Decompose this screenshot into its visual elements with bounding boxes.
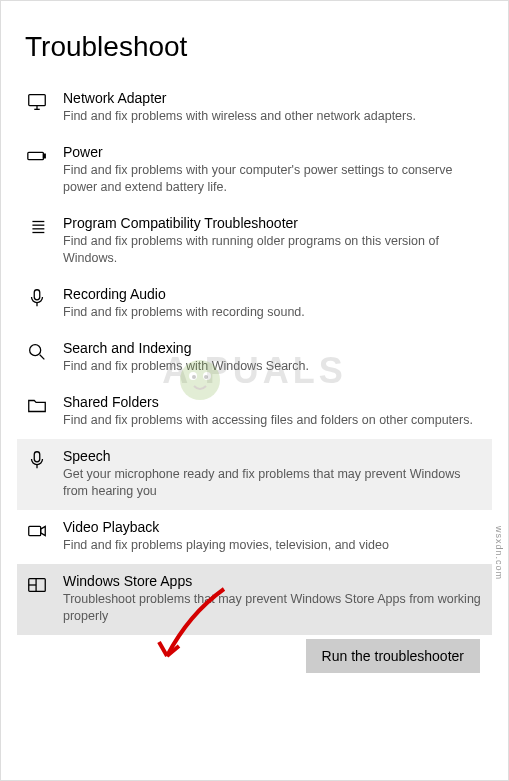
battery-icon	[25, 144, 49, 168]
svg-rect-19	[29, 526, 41, 535]
troubleshoot-item-power[interactable]: Power Find and fix problems with your co…	[17, 135, 492, 206]
troubleshoot-item-speech[interactable]: Speech Get your microphone ready and fix…	[17, 439, 492, 510]
svg-rect-4	[43, 154, 45, 158]
item-title: Program Compatibility Troubleshooter	[63, 214, 484, 232]
svg-point-15	[30, 345, 41, 356]
item-title: Search and Indexing	[63, 339, 484, 357]
item-title: Video Playback	[63, 518, 484, 536]
item-desc: Find and fix problems with your computer…	[63, 162, 484, 196]
item-desc: Find and fix problems with Windows Searc…	[63, 358, 484, 375]
folder-icon	[25, 394, 49, 418]
item-title: Power	[63, 143, 484, 161]
troubleshoot-item-shared-folders[interactable]: Shared Folders Find and fix problems wit…	[17, 385, 492, 439]
troubleshoot-item-network-adapter[interactable]: Network Adapter Find and fix problems wi…	[17, 81, 492, 135]
svg-line-16	[40, 355, 45, 360]
search-icon	[25, 340, 49, 364]
page-title: Troubleshoot	[25, 31, 484, 63]
apps-icon	[25, 573, 49, 597]
item-desc: Find and fix problems playing movies, te…	[63, 537, 484, 554]
list-icon	[25, 215, 49, 239]
item-title: Windows Store Apps	[63, 572, 484, 590]
item-title: Speech	[63, 447, 484, 465]
item-desc: Find and fix problems with wireless and …	[63, 108, 484, 125]
microphone-icon	[25, 286, 49, 310]
troubleshoot-item-windows-store-apps[interactable]: Windows Store Apps Troubleshoot problems…	[17, 564, 492, 635]
troubleshoot-item-recording-audio[interactable]: Recording Audio Find and fix problems wi…	[17, 277, 492, 331]
item-title: Recording Audio	[63, 285, 484, 303]
item-desc: Troubleshoot problems that may prevent W…	[63, 591, 484, 625]
svg-rect-0	[29, 95, 46, 106]
item-desc: Find and fix problems with accessing fil…	[63, 412, 484, 429]
credit-text: wsxdn.com	[494, 526, 504, 580]
item-desc: Find and fix problems with running older…	[63, 233, 484, 267]
troubleshoot-item-program-compatibility[interactable]: Program Compatibility Troubleshooter Fin…	[17, 206, 492, 277]
svg-rect-3	[28, 152, 44, 159]
item-desc: Find and fix problems with recording sou…	[63, 304, 484, 321]
svg-rect-17	[34, 452, 40, 462]
run-troubleshooter-button[interactable]: Run the troubleshooter	[306, 639, 480, 673]
microphone-icon	[25, 448, 49, 472]
item-title: Shared Folders	[63, 393, 484, 411]
troubleshoot-item-search-indexing[interactable]: Search and Indexing Find and fix problem…	[17, 331, 492, 385]
monitor-icon	[25, 90, 49, 114]
item-title: Network Adapter	[63, 89, 484, 107]
video-icon	[25, 519, 49, 543]
item-desc: Get your microphone ready and fix proble…	[63, 466, 484, 500]
svg-rect-13	[34, 290, 40, 300]
troubleshoot-item-video-playback[interactable]: Video Playback Find and fix problems pla…	[17, 510, 492, 564]
